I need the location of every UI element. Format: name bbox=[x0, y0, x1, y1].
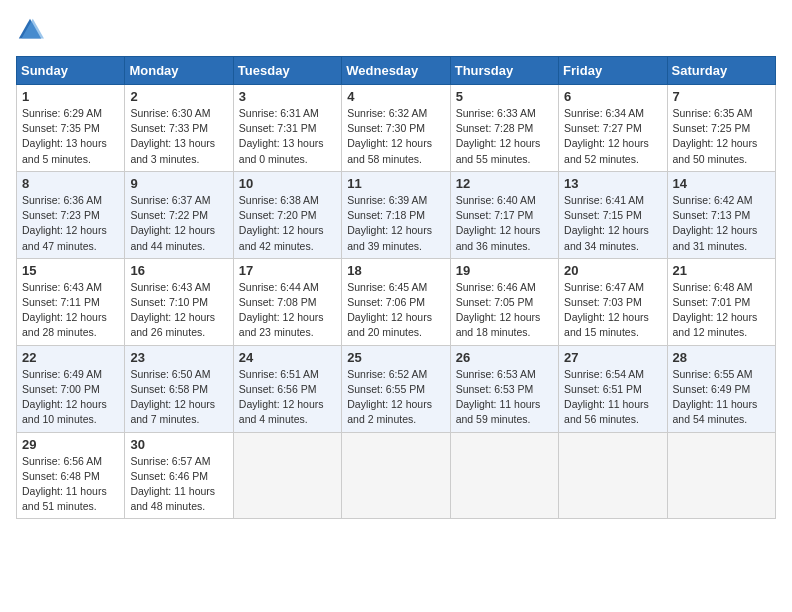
day-number: 2 bbox=[130, 89, 227, 104]
calendar-cell: 2Sunrise: 6:30 AMSunset: 7:33 PMDaylight… bbox=[125, 85, 233, 172]
day-info: Sunrise: 6:34 AMSunset: 7:27 PMDaylight:… bbox=[564, 106, 661, 167]
day-info: Sunrise: 6:32 AMSunset: 7:30 PMDaylight:… bbox=[347, 106, 444, 167]
day-number: 12 bbox=[456, 176, 553, 191]
calendar-cell: 12Sunrise: 6:40 AMSunset: 7:17 PMDayligh… bbox=[450, 171, 558, 258]
calendar-cell: 14Sunrise: 6:42 AMSunset: 7:13 PMDayligh… bbox=[667, 171, 775, 258]
day-info: Sunrise: 6:36 AMSunset: 7:23 PMDaylight:… bbox=[22, 193, 119, 254]
day-number: 25 bbox=[347, 350, 444, 365]
day-number: 18 bbox=[347, 263, 444, 278]
day-number: 19 bbox=[456, 263, 553, 278]
calendar-body: 1Sunrise: 6:29 AMSunset: 7:35 PMDaylight… bbox=[17, 85, 776, 519]
day-number: 21 bbox=[673, 263, 770, 278]
calendar-cell: 11Sunrise: 6:39 AMSunset: 7:18 PMDayligh… bbox=[342, 171, 450, 258]
day-header-friday: Friday bbox=[559, 57, 667, 85]
calendar-cell: 24Sunrise: 6:51 AMSunset: 6:56 PMDayligh… bbox=[233, 345, 341, 432]
day-info: Sunrise: 6:41 AMSunset: 7:15 PMDaylight:… bbox=[564, 193, 661, 254]
day-info: Sunrise: 6:48 AMSunset: 7:01 PMDaylight:… bbox=[673, 280, 770, 341]
calendar-cell: 20Sunrise: 6:47 AMSunset: 7:03 PMDayligh… bbox=[559, 258, 667, 345]
day-info: Sunrise: 6:51 AMSunset: 6:56 PMDaylight:… bbox=[239, 367, 336, 428]
day-number: 1 bbox=[22, 89, 119, 104]
day-number: 11 bbox=[347, 176, 444, 191]
day-info: Sunrise: 6:55 AMSunset: 6:49 PMDaylight:… bbox=[673, 367, 770, 428]
day-info: Sunrise: 6:43 AMSunset: 7:11 PMDaylight:… bbox=[22, 280, 119, 341]
logo-icon bbox=[16, 16, 44, 44]
day-number: 9 bbox=[130, 176, 227, 191]
day-info: Sunrise: 6:31 AMSunset: 7:31 PMDaylight:… bbox=[239, 106, 336, 167]
calendar-cell: 17Sunrise: 6:44 AMSunset: 7:08 PMDayligh… bbox=[233, 258, 341, 345]
calendar-cell bbox=[450, 432, 558, 519]
day-number: 24 bbox=[239, 350, 336, 365]
calendar-cell bbox=[233, 432, 341, 519]
day-header-thursday: Thursday bbox=[450, 57, 558, 85]
day-info: Sunrise: 6:30 AMSunset: 7:33 PMDaylight:… bbox=[130, 106, 227, 167]
calendar-cell: 27Sunrise: 6:54 AMSunset: 6:51 PMDayligh… bbox=[559, 345, 667, 432]
day-number: 7 bbox=[673, 89, 770, 104]
week-row-2: 8Sunrise: 6:36 AMSunset: 7:23 PMDaylight… bbox=[17, 171, 776, 258]
calendar-cell: 18Sunrise: 6:45 AMSunset: 7:06 PMDayligh… bbox=[342, 258, 450, 345]
day-number: 17 bbox=[239, 263, 336, 278]
day-info: Sunrise: 6:43 AMSunset: 7:10 PMDaylight:… bbox=[130, 280, 227, 341]
calendar-cell bbox=[667, 432, 775, 519]
day-info: Sunrise: 6:35 AMSunset: 7:25 PMDaylight:… bbox=[673, 106, 770, 167]
calendar-cell: 29Sunrise: 6:56 AMSunset: 6:48 PMDayligh… bbox=[17, 432, 125, 519]
day-header-tuesday: Tuesday bbox=[233, 57, 341, 85]
calendar-cell: 21Sunrise: 6:48 AMSunset: 7:01 PMDayligh… bbox=[667, 258, 775, 345]
day-number: 6 bbox=[564, 89, 661, 104]
day-number: 15 bbox=[22, 263, 119, 278]
day-info: Sunrise: 6:52 AMSunset: 6:55 PMDaylight:… bbox=[347, 367, 444, 428]
day-number: 16 bbox=[130, 263, 227, 278]
calendar-cell: 10Sunrise: 6:38 AMSunset: 7:20 PMDayligh… bbox=[233, 171, 341, 258]
logo bbox=[16, 16, 48, 44]
day-of-week-row: SundayMondayTuesdayWednesdayThursdayFrid… bbox=[17, 57, 776, 85]
day-header-sunday: Sunday bbox=[17, 57, 125, 85]
calendar-cell: 13Sunrise: 6:41 AMSunset: 7:15 PMDayligh… bbox=[559, 171, 667, 258]
day-number: 22 bbox=[22, 350, 119, 365]
day-info: Sunrise: 6:54 AMSunset: 6:51 PMDaylight:… bbox=[564, 367, 661, 428]
day-info: Sunrise: 6:47 AMSunset: 7:03 PMDaylight:… bbox=[564, 280, 661, 341]
calendar-cell: 7Sunrise: 6:35 AMSunset: 7:25 PMDaylight… bbox=[667, 85, 775, 172]
day-header-monday: Monday bbox=[125, 57, 233, 85]
week-row-1: 1Sunrise: 6:29 AMSunset: 7:35 PMDaylight… bbox=[17, 85, 776, 172]
day-number: 28 bbox=[673, 350, 770, 365]
day-info: Sunrise: 6:57 AMSunset: 6:46 PMDaylight:… bbox=[130, 454, 227, 515]
day-number: 5 bbox=[456, 89, 553, 104]
day-info: Sunrise: 6:46 AMSunset: 7:05 PMDaylight:… bbox=[456, 280, 553, 341]
day-info: Sunrise: 6:42 AMSunset: 7:13 PMDaylight:… bbox=[673, 193, 770, 254]
day-info: Sunrise: 6:50 AMSunset: 6:58 PMDaylight:… bbox=[130, 367, 227, 428]
day-number: 26 bbox=[456, 350, 553, 365]
calendar-cell: 1Sunrise: 6:29 AMSunset: 7:35 PMDaylight… bbox=[17, 85, 125, 172]
calendar-cell: 9Sunrise: 6:37 AMSunset: 7:22 PMDaylight… bbox=[125, 171, 233, 258]
day-info: Sunrise: 6:37 AMSunset: 7:22 PMDaylight:… bbox=[130, 193, 227, 254]
calendar-cell bbox=[559, 432, 667, 519]
calendar-cell: 15Sunrise: 6:43 AMSunset: 7:11 PMDayligh… bbox=[17, 258, 125, 345]
day-number: 27 bbox=[564, 350, 661, 365]
day-header-wednesday: Wednesday bbox=[342, 57, 450, 85]
calendar-cell: 5Sunrise: 6:33 AMSunset: 7:28 PMDaylight… bbox=[450, 85, 558, 172]
day-number: 3 bbox=[239, 89, 336, 104]
day-number: 23 bbox=[130, 350, 227, 365]
calendar-cell: 8Sunrise: 6:36 AMSunset: 7:23 PMDaylight… bbox=[17, 171, 125, 258]
week-row-3: 15Sunrise: 6:43 AMSunset: 7:11 PMDayligh… bbox=[17, 258, 776, 345]
day-number: 30 bbox=[130, 437, 227, 452]
day-info: Sunrise: 6:44 AMSunset: 7:08 PMDaylight:… bbox=[239, 280, 336, 341]
day-number: 14 bbox=[673, 176, 770, 191]
day-info: Sunrise: 6:39 AMSunset: 7:18 PMDaylight:… bbox=[347, 193, 444, 254]
day-info: Sunrise: 6:45 AMSunset: 7:06 PMDaylight:… bbox=[347, 280, 444, 341]
day-header-saturday: Saturday bbox=[667, 57, 775, 85]
calendar-cell: 26Sunrise: 6:53 AMSunset: 6:53 PMDayligh… bbox=[450, 345, 558, 432]
day-number: 29 bbox=[22, 437, 119, 452]
calendar-cell: 28Sunrise: 6:55 AMSunset: 6:49 PMDayligh… bbox=[667, 345, 775, 432]
day-number: 10 bbox=[239, 176, 336, 191]
day-info: Sunrise: 6:56 AMSunset: 6:48 PMDaylight:… bbox=[22, 454, 119, 515]
calendar-cell: 3Sunrise: 6:31 AMSunset: 7:31 PMDaylight… bbox=[233, 85, 341, 172]
day-number: 4 bbox=[347, 89, 444, 104]
calendar-cell bbox=[342, 432, 450, 519]
calendar-cell: 19Sunrise: 6:46 AMSunset: 7:05 PMDayligh… bbox=[450, 258, 558, 345]
day-info: Sunrise: 6:29 AMSunset: 7:35 PMDaylight:… bbox=[22, 106, 119, 167]
day-number: 8 bbox=[22, 176, 119, 191]
calendar-cell: 25Sunrise: 6:52 AMSunset: 6:55 PMDayligh… bbox=[342, 345, 450, 432]
calendar-cell: 6Sunrise: 6:34 AMSunset: 7:27 PMDaylight… bbox=[559, 85, 667, 172]
day-info: Sunrise: 6:49 AMSunset: 7:00 PMDaylight:… bbox=[22, 367, 119, 428]
day-info: Sunrise: 6:40 AMSunset: 7:17 PMDaylight:… bbox=[456, 193, 553, 254]
calendar-cell: 22Sunrise: 6:49 AMSunset: 7:00 PMDayligh… bbox=[17, 345, 125, 432]
